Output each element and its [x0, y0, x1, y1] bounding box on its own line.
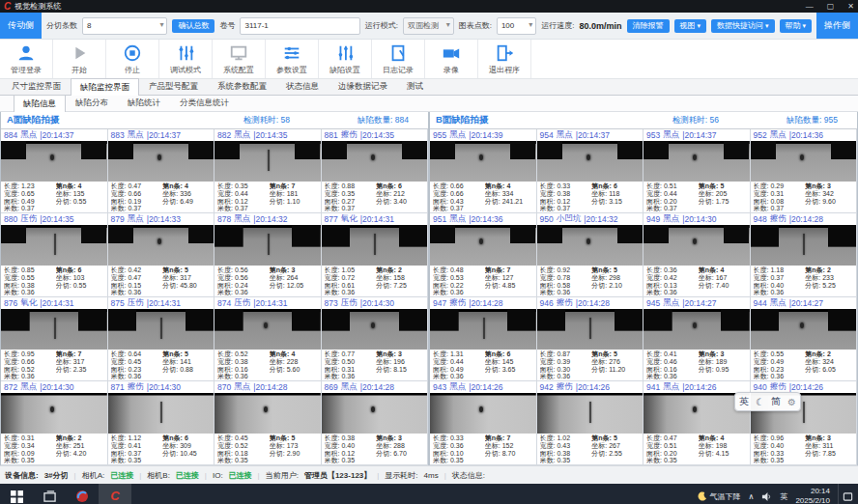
defect-image[interactable] [214, 393, 321, 434]
defect-cell[interactable]: 880 压伤 |20:14:35 长度: 0.85 宽度: 0.55 面积: 0… [1, 213, 108, 297]
main-tab[interactable]: 缺陷监控界面 [71, 78, 139, 96]
defect-cell[interactable]: 948 擦伤 |20:14:28 长度: 1.18 宽度: 0.37 面积: 0… [751, 213, 858, 297]
main-tab[interactable]: 状态信息 [276, 78, 329, 95]
admin-login-button[interactable]: 管理登录 [0, 40, 53, 78]
defect-image[interactable] [537, 393, 644, 434]
defect-image[interactable] [537, 225, 644, 266]
start-menu-button[interactable] [0, 484, 33, 504]
volume-icon[interactable] [761, 491, 772, 502]
defect-cell[interactable]: 946 擦伤 |20:14:28 长度: 0.87 宽度: 0.39 面积: 0… [537, 297, 644, 381]
defect-image[interactable] [644, 309, 750, 350]
defect-image[interactable] [1, 309, 107, 350]
defect-cell[interactable]: 953 黑点 |20:14:37 长度: 0.51 宽度: 0.44 面积: 0… [644, 129, 751, 213]
defect-cell[interactable]: 878 黑点 |20:14:32 长度: 0.56 宽度: 0.56 面积: 0… [214, 213, 322, 297]
roll-number-input[interactable]: 3117-1 [240, 17, 359, 35]
drive-side-button[interactable]: 传动侧 [0, 13, 42, 39]
defect-cell[interactable]: 877 氧化 |20:14:31 长度: 1.05 宽度: 0.72 面积: 0… [322, 213, 429, 297]
help-menu-button[interactable]: 帮助 [780, 19, 812, 33]
clock[interactable]: 20:14 2025/2/10 [795, 487, 830, 504]
log-record-button[interactable]: 日志记录 [372, 40, 425, 78]
main-tab[interactable]: 尺寸监控界面 [2, 78, 71, 95]
slit-count-select[interactable]: 8 [82, 17, 167, 35]
maximize-button[interactable]: ▢ [827, 2, 835, 11]
data-quick-access-button[interactable]: 数据快捷访问 [711, 19, 774, 33]
theme-moon-icon[interactable]: ☾ [756, 397, 764, 407]
notification-center-button[interactable] [838, 484, 856, 504]
defect-image[interactable] [322, 309, 428, 350]
run-mode-select[interactable]: 双面检测 [403, 17, 454, 35]
main-tab[interactable]: 系统参数配置 [208, 78, 276, 95]
defect-image[interactable] [751, 141, 857, 182]
defect-cell[interactable]: 950 小凹坑 |20:14:32 长度: 0.92 宽度: 0.78 面积: … [537, 213, 644, 297]
exit-program-button[interactable]: 退出程序 [478, 40, 531, 78]
defect-image[interactable] [1, 225, 107, 266]
defect-image[interactable] [1, 393, 107, 434]
clear-alarm-button[interactable]: 清除报警 [627, 19, 670, 33]
input-language-indicator[interactable]: 英 [780, 491, 787, 502]
debug-mode-button[interactable]: 调试模式 [159, 40, 213, 78]
defect-cell[interactable]: 884 黑点 |20:14:37 长度: 1.23 宽度: 0.65 面积: 0… [1, 129, 108, 213]
defect-image[interactable] [108, 309, 214, 350]
defect-cell[interactable]: 949 黑点 |20:14:30 长度: 0.36 宽度: 0.42 面积: 0… [644, 213, 751, 297]
defect-image[interactable] [751, 225, 857, 266]
weather-widget[interactable]: 气温下降 [697, 491, 741, 502]
defect-image[interactable] [430, 141, 536, 182]
defect-cell[interactable]: 876 氧化 |20:14:31 长度: 0.95 宽度: 0.66 面积: 0… [1, 297, 108, 381]
defect-cell[interactable]: 869 黑点 |20:14:28 长度: 0.38 宽度: 0.40 面积: 0… [322, 381, 429, 465]
defect-cell[interactable]: 872 黑点 |20:14:30 长度: 0.31 宽度: 0.34 面积: 0… [1, 381, 108, 465]
defect-image[interactable] [1, 141, 107, 182]
defect-cell[interactable]: 873 压伤 |20:14:30 长度: 0.77 宽度: 0.50 面积: 0… [322, 297, 429, 381]
defect-image[interactable] [322, 225, 428, 266]
defect-image[interactable] [430, 225, 536, 266]
sub-tab[interactable]: 缺陷分布 [66, 95, 118, 111]
confirm-total-button[interactable]: 确认总数 [172, 19, 214, 33]
start-button[interactable]: 开始 [53, 40, 106, 78]
defect-image[interactable] [322, 141, 428, 182]
task-view-button[interactable] [33, 484, 66, 504]
main-tab[interactable]: 产品型号配置 [139, 78, 208, 95]
defect-cell[interactable]: 943 黑点 |20:14:26 长度: 0.33 宽度: 0.36 面积: 0… [430, 381, 537, 465]
defect-image[interactable] [644, 141, 750, 182]
close-button[interactable]: ✕ [847, 2, 854, 11]
defect-cell[interactable]: 952 黑点 |20:14:36 长度: 0.29 宽度: 0.31 面积: 0… [751, 129, 858, 213]
defect-cell[interactable]: 879 黑点 |20:14:33 长度: 0.42 宽度: 0.47 面积: 0… [108, 213, 215, 297]
defect-image[interactable] [108, 393, 214, 434]
sub-tab[interactable]: 缺陷信息 [14, 95, 66, 112]
defect-cell[interactable]: 955 黑点 |20:14:39 长度: 0.66 宽度: 0.66 面积: 0… [430, 129, 537, 213]
lang-en-button[interactable]: 英 [739, 395, 749, 408]
defect-image[interactable] [644, 225, 750, 266]
defect-cell[interactable]: 947 擦伤 |20:14:28 长度: 1.31 宽度: 0.44 面积: 0… [430, 297, 537, 381]
stop-button[interactable]: 停止 [106, 40, 159, 78]
defect-cell[interactable]: 942 擦伤 |20:14:26 长度: 1.02 宽度: 0.43 面积: 0… [537, 381, 644, 465]
defect-image[interactable] [430, 393, 536, 434]
defect-image[interactable] [214, 225, 321, 266]
view-menu-button[interactable]: 视图 [674, 19, 706, 33]
defect-cell[interactable]: 954 黑点 |20:14:37 长度: 0.33 宽度: 0.38 面积: 0… [537, 129, 644, 213]
taskbar-app-icon[interactable] [66, 484, 99, 504]
system-config-button[interactable]: 系统配置 [213, 40, 266, 78]
defect-cell[interactable]: 945 黑点 |20:14:27 长度: 0.41 宽度: 0.46 面积: 0… [644, 297, 751, 381]
tray-expand-chevron[interactable]: ∧ [749, 492, 755, 501]
lang-cn-button[interactable]: 简 [771, 395, 781, 408]
defect-cell[interactable]: 874 压伤 |20:14:31 长度: 0.52 宽度: 0.38 面积: 0… [214, 297, 322, 381]
sub-tab[interactable]: 分类信息统计 [170, 95, 239, 111]
defect-cell[interactable]: 883 黑点 |20:14:37 长度: 0.47 宽度: 0.66 面积: 0… [108, 129, 215, 213]
defect-cell[interactable]: 882 黑点 |20:14:35 长度: 0.35 宽度: 0.44 面积: 0… [214, 129, 322, 213]
defect-image[interactable] [430, 309, 536, 350]
defect-cell[interactable]: 881 擦伤 |20:14:35 长度: 0.88 宽度: 0.35 面积: 0… [322, 129, 429, 213]
gear-icon[interactable]: ⚙ [787, 397, 796, 407]
defect-image[interactable] [537, 141, 644, 182]
defect-image[interactable] [214, 309, 321, 350]
operator-side-button[interactable]: 操作侧 [816, 13, 858, 39]
recording-button[interactable]: 录像 [425, 40, 478, 78]
defect-cell[interactable]: 870 黑点 |20:14:28 长度: 0.45 宽度: 0.52 面积: 0… [214, 381, 322, 465]
minimize-button[interactable]: — [806, 2, 814, 11]
defect-image[interactable] [214, 141, 321, 182]
main-tab[interactable]: 边缘数据记录 [329, 78, 397, 95]
defect-image[interactable] [537, 309, 644, 350]
defect-cell[interactable]: 875 压伤 |20:14:31 长度: 0.64 宽度: 0.45 面积: 0… [108, 297, 215, 381]
parameter-settings-button[interactable]: 参数设置 [266, 40, 319, 78]
defect-settings-button[interactable]: 缺陷设置 [319, 40, 372, 78]
sub-tab[interactable]: 缺陷统计 [118, 95, 170, 111]
defect-image[interactable] [108, 225, 214, 266]
